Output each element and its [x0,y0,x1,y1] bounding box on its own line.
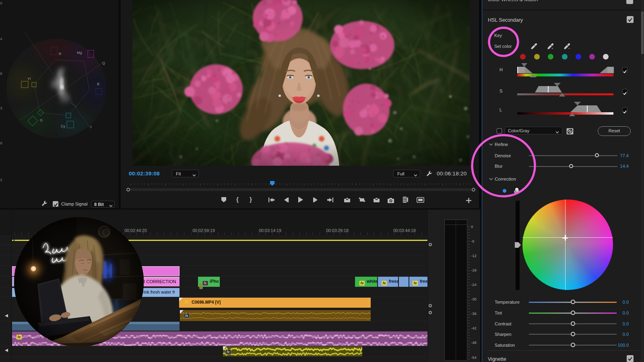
svg-text:−: − [568,46,570,50]
svg-text:Mg: Mg [77,51,82,55]
svg-text:Cy: Cy [61,124,65,128]
svg-text:Yl: Yl [27,77,31,81]
svg-text:B: B [97,82,99,86]
svg-text:G: G [40,118,43,122]
svg-text:Q: Q [102,61,105,65]
svg-text:+: + [551,47,553,50]
svg-text:R: R [59,52,62,56]
svg-text:-I: -I [89,125,92,129]
